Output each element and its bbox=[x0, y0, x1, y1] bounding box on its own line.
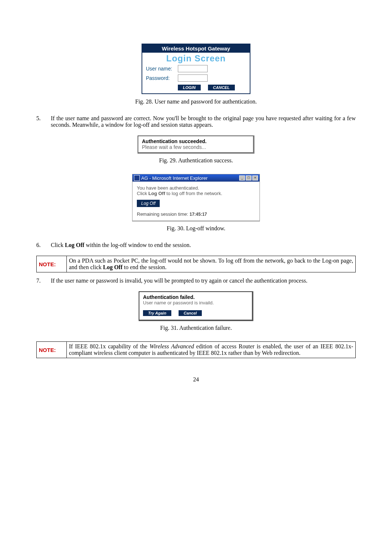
auth-success-figure: Authentication succeeded. Please wait a … bbox=[138, 135, 254, 154]
login-header-subtitle: Login Screen bbox=[142, 53, 250, 65]
auth-failed-subtitle: User name or password is invaild. bbox=[143, 300, 248, 305]
step5-text: If the user name and password are correc… bbox=[51, 115, 356, 128]
try-again-button[interactable]: Try Again bbox=[143, 310, 171, 316]
close-icon[interactable]: × bbox=[252, 175, 258, 181]
password-label: Password: bbox=[146, 75, 178, 81]
fig29-caption: Fig. 29. Authentication success. bbox=[36, 157, 356, 164]
maximize-icon[interactable]: □ bbox=[246, 175, 252, 181]
password-input[interactable] bbox=[178, 74, 208, 82]
login-button[interactable]: LOGIN bbox=[178, 85, 201, 90]
session-time-value: 17:45:17 bbox=[189, 212, 207, 217]
note-box-2: NOTE: If IEEE 802.1x capability of the W… bbox=[36, 341, 356, 358]
ie-line-authenticated: You have been authenticated. bbox=[137, 185, 255, 191]
ie-titlebar: AG - Microsoft Internet Explorer _ □ × bbox=[132, 174, 260, 182]
logoff-window-figure: AG - Microsoft Internet Explorer _ □ × Y… bbox=[132, 174, 260, 222]
ie-line-instruction: Click Log Off to log off from the networ… bbox=[137, 191, 255, 196]
auth-success-title: Authentication succeeded. bbox=[142, 138, 249, 144]
note1-label: NOTE: bbox=[37, 256, 67, 272]
fig28-caption: Fig. 28. User name and password for auth… bbox=[36, 98, 356, 105]
fig30-caption: Fig. 30. Log-off window. bbox=[36, 225, 356, 232]
fig31-caption: Fig. 31. Authentication failure. bbox=[36, 325, 356, 331]
ie-window-title: AG - Microsoft Internet Explorer bbox=[141, 175, 208, 181]
auth-failed-figure: Authentication failed. User name or pass… bbox=[139, 291, 253, 321]
session-time-row: Remaining session time: 17:45:17 bbox=[137, 211, 255, 217]
step7-number: 7. bbox=[36, 278, 51, 284]
login-header-title: Wireless Hotspot Gateway bbox=[142, 44, 250, 53]
step5-number: 5. bbox=[36, 115, 51, 128]
note2-label: NOTE: bbox=[37, 342, 67, 358]
login-screen-figure: Wireless Hotspot Gateway Login Screen Us… bbox=[142, 44, 250, 94]
auth-failed-title: Authentication failed. bbox=[143, 294, 248, 300]
ie-app-icon bbox=[134, 175, 140, 181]
fail-cancel-button[interactable]: Cancel bbox=[179, 310, 202, 316]
step7-text: If the user name or password is invalid,… bbox=[51, 278, 307, 284]
note1-text: On a PDA such as Pocket PC, the log-off … bbox=[67, 256, 356, 272]
cancel-button[interactable]: CANCEL bbox=[208, 85, 235, 90]
note2-text: If IEEE 802.1x capability of the Wireles… bbox=[67, 342, 356, 358]
username-input[interactable] bbox=[178, 65, 208, 72]
logoff-button[interactable]: Log Off bbox=[137, 200, 160, 207]
auth-success-subtitle: Please wait a few seconds... bbox=[142, 144, 249, 150]
note-box-1: NOTE: On a PDA such as Pocket PC, the lo… bbox=[36, 256, 356, 272]
minimize-icon[interactable]: _ bbox=[239, 175, 245, 181]
username-label: User name: bbox=[146, 66, 178, 72]
step6-text: Click Log Off within the log-off window … bbox=[51, 242, 191, 248]
step6-number: 6. bbox=[36, 242, 51, 248]
session-time-label: Remaining session time: bbox=[137, 211, 189, 217]
page-number: 24 bbox=[36, 376, 356, 383]
